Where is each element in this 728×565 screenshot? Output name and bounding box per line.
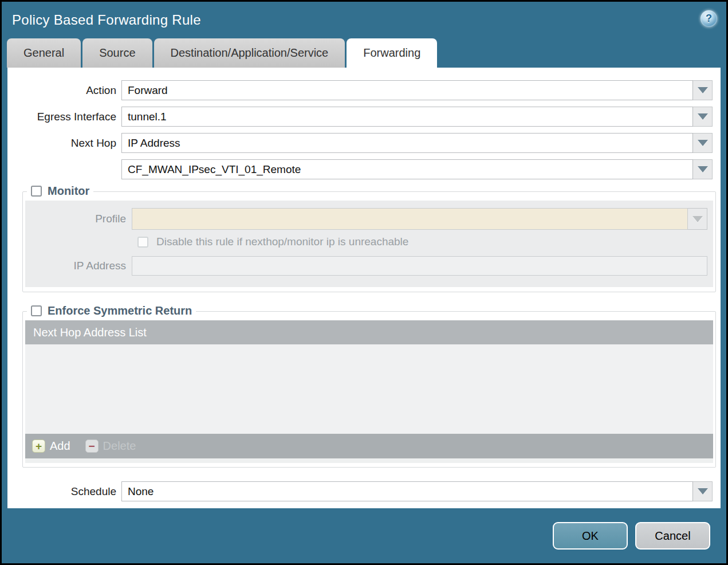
- help-icon[interactable]: ?: [701, 10, 717, 27]
- profile-label: Profile: [25, 213, 132, 225]
- delete-minus-icon: −: [85, 440, 99, 453]
- tab-source[interactable]: Source: [82, 38, 152, 68]
- monitor-checkbox[interactable]: [31, 186, 42, 197]
- monitor-legend-label: Monitor: [48, 185, 89, 198]
- tab-bar: General Source Destination/Application/S…: [2, 38, 726, 68]
- next-hop-label: Next Hop: [7, 137, 121, 150]
- next-hop-address-select[interactable]: CF_MWAN_IPsec_VTI_01_Remote: [121, 159, 693, 179]
- next-hop-address-list-header: Next Hop Address List: [25, 320, 713, 344]
- dialog-footer: OK Cancel: [2, 508, 726, 563]
- profile-row: Profile: [25, 208, 707, 230]
- schedule-dropdown-button[interactable]: [693, 481, 713, 501]
- disable-rule-row: Disable this rule if nexthop/monitor ip …: [137, 236, 713, 248]
- monitor-section: Monitor Profile Disable this rule if nex…: [22, 191, 716, 292]
- tab-panel-forwarding: Action Forward Egress Interface tunnel.1…: [7, 68, 721, 508]
- chevron-down-icon: [692, 216, 703, 222]
- delete-button-label: Delete: [103, 440, 136, 453]
- schedule-row: Schedule None: [7, 481, 713, 501]
- add-button-label: Add: [50, 440, 70, 453]
- action-label: Action: [7, 84, 121, 97]
- chevron-down-icon: [698, 166, 708, 172]
- monitor-ip-address-label: IP Address: [25, 260, 132, 272]
- add-button[interactable]: + Add: [32, 440, 70, 453]
- chevron-down-icon: [698, 140, 708, 146]
- egress-interface-row: Egress Interface tunnel.1: [7, 107, 713, 127]
- schedule-label: Schedule: [7, 485, 121, 498]
- enforce-symmetric-return-legend-label: Enforce Symmetric Return: [48, 304, 192, 317]
- disable-rule-label: Disable this rule if nexthop/monitor ip …: [156, 236, 408, 248]
- next-hop-address-list-table: Next Hop Address List + Add − Delete: [25, 320, 713, 463]
- add-plus-icon: +: [32, 440, 45, 453]
- disable-rule-checkbox: [137, 237, 148, 248]
- egress-interface-label: Egress Interface: [7, 111, 121, 123]
- dialog-titlebar: Policy Based Forwarding Rule ?: [2, 2, 726, 38]
- profile-dropdown-button: [688, 208, 707, 230]
- next-hop-address-dropdown-button[interactable]: [693, 159, 713, 179]
- tab-destination-application-service[interactable]: Destination/Application/Service: [154, 38, 345, 68]
- schedule-select[interactable]: None: [121, 481, 693, 501]
- next-hop-address-list-body[interactable]: [25, 344, 713, 434]
- monitor-ip-address-input: [132, 256, 707, 276]
- ok-button[interactable]: OK: [553, 522, 628, 550]
- monitor-legend: Monitor: [27, 185, 93, 198]
- enforce-symmetric-return-section: Enforce Symmetric Return Next Hop Addres…: [22, 311, 716, 468]
- enforce-symmetric-return-legend: Enforce Symmetric Return: [27, 304, 196, 317]
- cancel-button[interactable]: Cancel: [635, 522, 710, 550]
- next-hop-type-select[interactable]: IP Address: [121, 133, 693, 153]
- action-dropdown-button[interactable]: [693, 80, 713, 100]
- action-row: Action Forward: [7, 80, 713, 100]
- monitor-ip-address-row: IP Address: [25, 256, 707, 276]
- next-hop-row: Next Hop IP Address: [7, 133, 713, 153]
- dialog-title: Policy Based Forwarding Rule: [2, 12, 201, 28]
- pbf-rule-dialog: Policy Based Forwarding Rule ? General S…: [2, 2, 726, 563]
- chevron-down-icon: [698, 87, 708, 93]
- egress-interface-select[interactable]: tunnel.1: [121, 107, 693, 127]
- enforce-symmetric-return-checkbox[interactable]: [31, 305, 42, 316]
- next-hop-address-list-toolbar: + Add − Delete: [25, 434, 713, 458]
- action-select[interactable]: Forward: [121, 80, 693, 100]
- next-hop-type-dropdown-button[interactable]: [693, 133, 713, 153]
- profile-select[interactable]: [132, 208, 688, 230]
- monitor-panel: Profile Disable this rule if nexthop/mon…: [25, 201, 713, 287]
- next-hop-address-row: CF_MWAN_IPsec_VTI_01_Remote: [7, 159, 713, 179]
- tab-general[interactable]: General: [7, 38, 81, 68]
- chevron-down-icon: [698, 113, 708, 120]
- chevron-down-icon: [698, 488, 708, 495]
- tab-forwarding[interactable]: Forwarding: [347, 38, 437, 68]
- delete-button: − Delete: [85, 440, 136, 453]
- table-bottom-strip: [25, 458, 713, 463]
- egress-interface-dropdown-button[interactable]: [693, 107, 713, 127]
